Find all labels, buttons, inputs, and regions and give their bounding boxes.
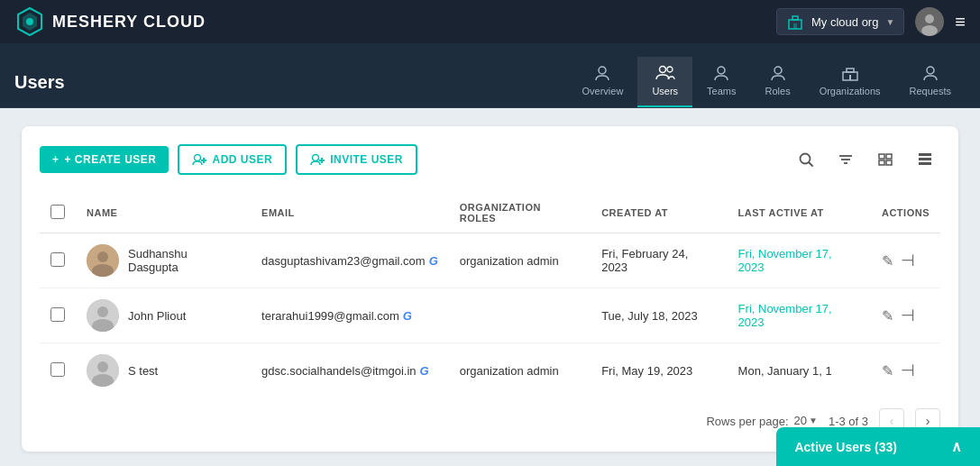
svg-point-8 <box>921 25 938 36</box>
svg-point-7 <box>925 14 934 23</box>
grid-view-icon <box>917 151 933 168</box>
logout-button-2[interactable]: ⊣ <box>901 306 915 325</box>
toolbar: + + CREATE USER ADD USER <box>40 144 940 175</box>
svg-point-18 <box>195 155 201 161</box>
svg-point-21 <box>313 155 319 161</box>
row-1-checkbox[interactable] <box>50 252 65 267</box>
plus-icon: + <box>52 153 60 166</box>
svg-point-43 <box>97 361 108 372</box>
last-active-1: Fri, November 17, 2023 <box>738 247 832 274</box>
teams-icon <box>712 64 730 82</box>
rows-dropdown[interactable]: 20 ▼ <box>794 414 818 429</box>
col-created-at: CREATED AT <box>591 193 727 233</box>
tab-overview-label: Overview <box>582 86 624 96</box>
tab-users[interactable]: Users <box>637 57 692 107</box>
created-at-2: Tue, July 18, 2023 <box>601 309 697 323</box>
tab-overview[interactable]: Overview <box>568 57 638 107</box>
last-active-3: Mon, January 1, 1 <box>738 364 832 378</box>
table-row: S test gdsc.socialhandels@itmgoi.in G or… <box>40 343 940 398</box>
svg-rect-30 <box>886 154 892 159</box>
svg-point-12 <box>718 67 725 74</box>
edit-button-3[interactable]: ✎ <box>882 362 893 379</box>
tab-users-label: Users <box>652 86 678 96</box>
col-org-roles: ORGANIZATION ROLES <box>449 193 591 233</box>
rows-per-page: Rows per page: 20 ▼ <box>706 414 817 429</box>
avatar-img-2 <box>87 299 119 332</box>
org-selector[interactable]: My cloud org ▼ <box>776 8 904 35</box>
create-user-button[interactable]: + + CREATE USER <box>40 146 169 173</box>
logout-button-3[interactable]: ⊣ <box>901 361 915 380</box>
avatar-img-3 <box>87 354 119 387</box>
users-icon <box>655 64 675 82</box>
tab-organizations[interactable]: Organizations <box>805 57 895 107</box>
svg-point-9 <box>599 67 606 74</box>
email-cell-1: dasguptashivam23@gmail.com G <box>261 254 438 268</box>
list-view-button[interactable] <box>870 144 901 175</box>
add-user-button[interactable]: ADD USER <box>178 144 287 175</box>
rows-chevron-icon: ▼ <box>809 416 818 425</box>
tab-roles-label: Roles <box>765 86 791 96</box>
row-2-checkbox[interactable] <box>50 307 65 322</box>
invite-user-button[interactable]: INVITE USER <box>296 144 417 175</box>
organizations-icon <box>841 64 859 82</box>
svg-point-24 <box>801 154 811 164</box>
svg-point-17 <box>927 67 934 74</box>
svg-point-10 <box>659 67 665 73</box>
active-users-bar[interactable]: Active Users (33) ∧ <box>776 427 980 466</box>
search-button[interactable] <box>791 144 821 175</box>
tab-requests-label: Requests <box>910 86 951 96</box>
avatar-img-1 <box>87 244 119 277</box>
filter-icon <box>838 151 854 168</box>
user-name-3: S test <box>128 364 158 378</box>
tab-roles[interactable]: Roles <box>751 57 805 107</box>
header-right: My cloud org ▼ ≡ <box>776 7 966 36</box>
select-all-checkbox[interactable] <box>50 205 65 219</box>
col-name: NAME <box>76 193 251 233</box>
org-name: My cloud org <box>811 15 878 29</box>
hamburger-menu-icon[interactable]: ≡ <box>955 12 966 32</box>
actions-cell-1: ✎ ⊣ <box>882 251 930 270</box>
created-at-1: Fri, February 24, 2023 <box>601 247 688 274</box>
logo-icon <box>14 6 45 37</box>
created-at-3: Fri, May 19, 2023 <box>601 364 692 378</box>
google-g-icon-2: G <box>403 309 412 323</box>
grid-view-button[interactable] <box>910 144 940 175</box>
edit-button-1[interactable]: ✎ <box>882 252 893 270</box>
app-name: MESHERY CLOUD <box>52 13 206 32</box>
actions-cell-3: ✎ ⊣ <box>882 361 930 380</box>
svg-rect-32 <box>886 160 892 165</box>
tab-teams-label: Teams <box>707 86 736 96</box>
table-row: John Pliout terarahui1999@gmail.com G Tu… <box>40 288 940 343</box>
avatar[interactable] <box>915 7 944 36</box>
nav-tabs: Overview Users Teams Roles <box>568 57 966 107</box>
search-icon <box>798 151 814 168</box>
main-content: + + CREATE USER ADD USER <box>0 108 980 466</box>
row-3-checkbox[interactable] <box>50 362 65 377</box>
edit-button-2[interactable]: ✎ <box>882 307 893 324</box>
svg-rect-34 <box>919 158 931 160</box>
invite-user-label: INVITE USER <box>330 153 403 166</box>
chevron-down-icon: ▼ <box>885 17 894 27</box>
filter-button[interactable] <box>830 144 861 175</box>
overview-icon <box>593 64 611 82</box>
users-table: NAME EMAIL ORGANIZATION ROLES CREATED AT… <box>40 193 940 397</box>
svg-rect-4 <box>792 16 798 20</box>
svg-rect-5 <box>793 23 797 29</box>
chevron-up-icon: ∧ <box>951 438 962 455</box>
user-name-1: Sudhanshu Dasgupta <box>128 247 240 274</box>
svg-rect-33 <box>919 153 931 156</box>
rows-per-page-label: Rows per page: <box>706 415 788 428</box>
tab-requests[interactable]: Requests <box>895 57 966 107</box>
logout-button-1[interactable]: ⊣ <box>901 251 915 270</box>
tab-teams[interactable]: Teams <box>692 57 750 107</box>
user-avatar-3 <box>87 354 119 387</box>
svg-point-40 <box>97 306 108 317</box>
role-3: organization admin <box>460 364 559 378</box>
svg-rect-31 <box>879 160 884 165</box>
svg-point-13 <box>774 67 782 74</box>
invite-user-icon <box>310 153 325 166</box>
google-g-icon-1: G <box>429 254 438 268</box>
email-cell-3: gdsc.socialhandels@itmgoi.in G <box>261 364 438 378</box>
user-cell-2: John Pliout <box>87 299 240 332</box>
add-user-icon <box>192 153 206 166</box>
